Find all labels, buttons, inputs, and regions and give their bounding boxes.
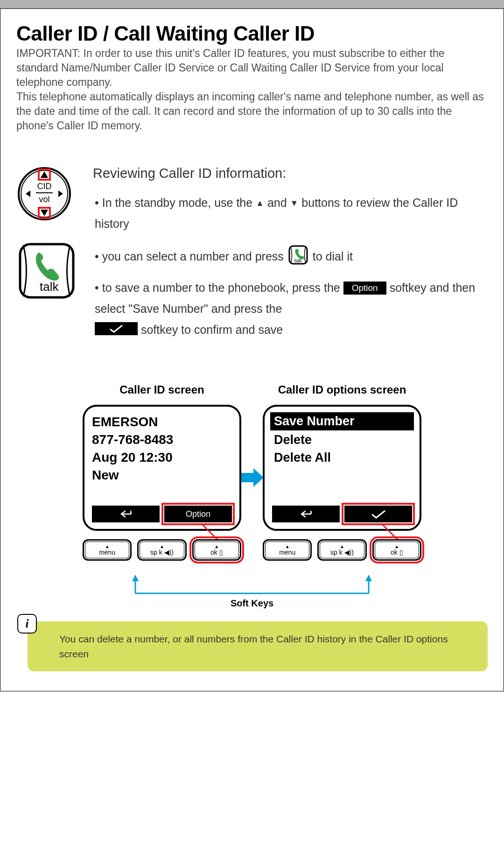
spk-key: ▲ sp k ◀))	[137, 539, 186, 561]
review-bullet-3: • to save a number to the phonebook, pre…	[93, 277, 488, 340]
talk-button-icon: talk	[16, 240, 82, 301]
tip-text: You can delete a number, or all numbers …	[28, 621, 488, 671]
review-bullet-2: • you can select a number and press talk…	[93, 245, 488, 267]
review-instructions: Reviewing Caller ID information: • In th…	[93, 166, 488, 351]
top-grey-strip	[0, 0, 504, 8]
b2-suffix: to dial it	[313, 250, 353, 263]
cid-status: New	[92, 466, 232, 484]
options-item-selected: Save Number	[270, 412, 414, 430]
option-softkey-chip: Option	[343, 282, 386, 295]
info-icon: i	[17, 614, 37, 634]
review-bullet-1: • In the standby mode, use the ▲ and ▼ b…	[93, 192, 488, 234]
opts-softkey-confirm	[344, 506, 412, 522]
ok-key: ▲ ok ▯	[192, 539, 241, 561]
ok-key: ▲ ok ▯	[372, 539, 421, 561]
svg-marker-16	[132, 575, 139, 581]
options-screen: Save Number Delete Delete All	[263, 405, 421, 531]
up-triangle-icon: ▲	[256, 198, 264, 208]
page-title: Caller ID / Call Waiting Caller ID	[16, 22, 488, 45]
cid-caller-name: EMERSON	[92, 413, 232, 431]
softkeys-label: Soft Keys	[16, 598, 488, 609]
svg-text:talk: talk	[294, 258, 302, 263]
b1-prefix: • In the standby mode, use the	[95, 196, 256, 209]
intro-text: IMPORTANT: In order to use this unit's C…	[16, 46, 488, 133]
spk-key: ▲ sp k ◀))	[317, 539, 366, 561]
b2-prefix: • you can select a number and press	[95, 250, 287, 263]
caller-id-screen-title: Caller ID screen	[83, 383, 241, 396]
options-item: Delete All	[272, 449, 412, 467]
back-arrow-icon	[297, 510, 315, 518]
back-arrow-icon	[117, 510, 135, 518]
manual-page: Caller ID / Call Waiting Caller ID IMPOR…	[0, 8, 504, 691]
talk-mini-icon: talk	[288, 245, 308, 265]
hw-keys-left: ▲menu ▲ sp k ◀)) ▲ ok ▯	[83, 539, 241, 561]
check-icon	[369, 509, 388, 519]
nav-pad-vol-label: vol	[39, 195, 49, 204]
check-softkey-chip	[95, 322, 138, 335]
page-icon: ▯	[219, 549, 223, 556]
svg-marker-18	[365, 575, 372, 581]
softkeys-connector: Soft Keys	[16, 575, 488, 607]
nav-pad-icon: CID vol	[16, 166, 82, 222]
speaker-icon: ◀))	[344, 549, 354, 556]
down-triangle-icon: ▼	[290, 198, 299, 208]
cid-softkey-option: Option	[164, 506, 232, 522]
b3-prefix: • to save a number to the phonebook, pre…	[95, 281, 343, 294]
review-heading: Reviewing Caller ID information:	[93, 166, 488, 181]
svg-marker-12	[240, 468, 264, 487]
speaker-icon: ◀))	[164, 549, 174, 556]
opts-softkey-back	[272, 506, 340, 522]
hw-keys-right: ▲menu ▲ sp k ◀)) ▲ ok ▯	[263, 539, 421, 561]
caller-id-screen-column: Caller ID screen EMERSON 877-768-8483 Au…	[83, 383, 241, 561]
review-icon-column: CID vol talk	[16, 166, 82, 301]
cid-caller-number: 877-768-8483	[92, 431, 232, 449]
cid-softkey-back	[92, 506, 160, 522]
options-item: Delete	[272, 431, 412, 449]
options-screen-title: Caller ID options screen	[263, 383, 421, 396]
right-arrow-icon	[240, 467, 264, 490]
menu-key: ▲menu	[263, 539, 312, 561]
cid-datetime: Aug 20 12:30	[92, 449, 232, 466]
talk-button-label: talk	[40, 280, 59, 294]
tip-box: i You can delete a number, or all number…	[16, 621, 488, 671]
page-icon: ▯	[399, 549, 403, 556]
screens-comparison: Caller ID screen EMERSON 877-768-8483 Au…	[16, 383, 488, 561]
options-screen-column: Caller ID options screen Save Number Del…	[263, 383, 421, 561]
nav-pad-cid-label: CID	[37, 182, 52, 191]
caller-id-screen: EMERSON 877-768-8483 Aug 20 12:30 New Op…	[83, 405, 241, 531]
menu-key: ▲menu	[83, 539, 132, 561]
b3-suffix: softkey to confirm and save	[141, 323, 283, 336]
b1-mid: and	[267, 196, 290, 209]
